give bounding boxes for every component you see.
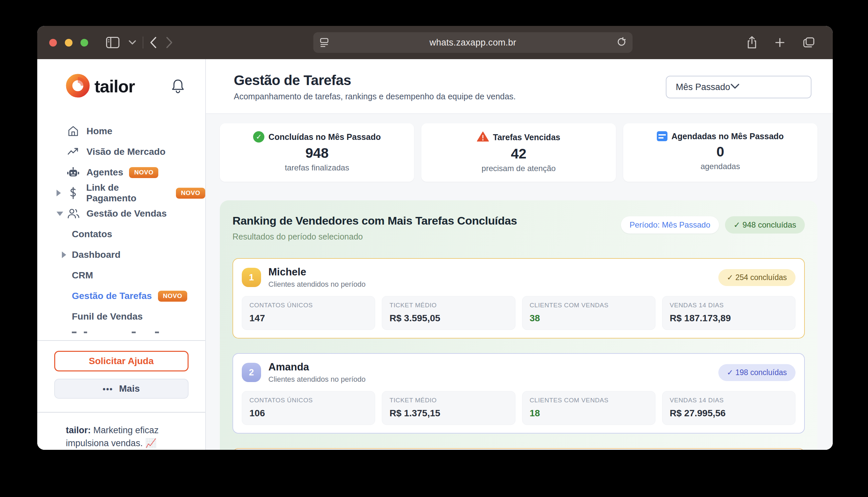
address-bar[interactable]: whats.zaxapp.com.br (313, 32, 633, 53)
vendor-stat-contatos-unicos: CONTATOS ÚNICOS 106 (242, 391, 375, 425)
caret-right-icon (62, 252, 66, 258)
stat-value: 42 (425, 146, 612, 162)
sidebar-item-gestao-de-tarefas[interactable]: Gestão de Tarefas NOVO (37, 286, 205, 306)
plus-icon (775, 38, 785, 47)
stat-card-concluidas: Concluídas no Mês Passado 948 tarefas fi… (220, 123, 414, 182)
share-button[interactable] (742, 36, 761, 49)
vendor-card-rank-3[interactable]: 3 Isadora Clientes atendidos no período … (233, 448, 805, 450)
ranking-title: Ranking de Vendedores com Mais Tarefas C… (233, 214, 517, 227)
stat-value: 948 (223, 145, 411, 161)
sidebar-item-label: Link de Pagamento (86, 182, 170, 204)
main-content: Gestão de Tarefas Acompanhamento de tare… (206, 59, 833, 450)
page-header: Gestão de Tarefas Acompanhamento de tare… (206, 59, 833, 114)
trend-up-icon (67, 147, 80, 157)
sidebar-item-gestao-de-vendas[interactable]: Gestão de Vendas (37, 203, 205, 224)
sidebar-toggle-button[interactable] (101, 37, 124, 48)
browser-window: whats.zaxapp.com.br (37, 26, 833, 450)
stat-label: Agendadas no Mês Passado (672, 131, 784, 141)
warning-triangle-icon (477, 131, 489, 143)
novo-badge: NOVO (129, 167, 158, 178)
ranking-subtitle: Resultados do período selecionado (233, 232, 517, 242)
ranking-badges: Período: Mês Passado 948 concluídas (621, 216, 805, 233)
robot-icon (67, 167, 80, 178)
vendor-stat-ticket-medio: TICKET MÉDIO R$ 3.595,05 (382, 296, 515, 330)
stat-card-agendadas: Agendadas no Mês Passado 0 agendadas (623, 123, 817, 182)
bell-icon (171, 89, 184, 94)
stat-card-vencidas: Tarefas Vencidas 42 precisam de atenção (422, 123, 616, 182)
vendor-completed-badge: 198 concluídas (718, 364, 796, 381)
desktop-background: whats.zaxapp.com.br (0, 0, 868, 497)
total-completed-badge: 948 concluídas (725, 216, 805, 233)
home-icon (67, 126, 80, 137)
more-button[interactable]: Mais (54, 379, 189, 399)
more-button-label: Mais (119, 383, 140, 394)
zoom-window-button[interactable] (81, 39, 88, 46)
sidebar-item-home[interactable]: Home (37, 121, 205, 142)
logo-row: tailor (66, 74, 184, 99)
ranking-header: Ranking de Vendedores com Mais Tarefas C… (233, 214, 805, 242)
forward-button[interactable] (161, 37, 177, 48)
back-button[interactable] (145, 37, 161, 48)
dollar-icon (67, 187, 80, 199)
period-select[interactable]: Mês Passado (666, 76, 811, 98)
vendor-name: Michele (268, 266, 306, 278)
reload-icon[interactable] (617, 37, 626, 48)
sidebar-item-agentes[interactable]: Agentes NOVO (37, 162, 205, 183)
sidebar-item-label: Agentes (86, 167, 123, 178)
chevron-right-icon (166, 37, 173, 48)
sidebar-item-label: Gestão de Vendas (86, 208, 167, 219)
sidebar-footer: Solicitar Ajuda Mais tailor: Marketing e… (37, 341, 205, 450)
vendor-name: Amanda (268, 361, 309, 373)
browser-toolbar: whats.zaxapp.com.br (37, 26, 833, 59)
sidebar-item-dashboard[interactable]: Dashboard (37, 244, 205, 265)
vendor-stats-row: CONTATOS ÚNICOS 147 TICKET MÉDIO R$ 3.59… (242, 296, 796, 330)
request-help-button[interactable]: Solicitar Ajuda (54, 351, 189, 371)
sidebar: tailor Home (37, 59, 206, 450)
vendor-description: Clientes atendidos no período (268, 280, 366, 289)
sidebar-item-crm[interactable]: CRM (37, 265, 205, 286)
logo-wordmark: tailor (94, 76, 135, 96)
sidebar-item-visao-de-mercado[interactable]: Visão de Mercado (37, 142, 205, 162)
chart-emoji: 📈 (145, 438, 157, 448)
url-text: whats.zaxapp.com.br (329, 38, 617, 48)
novo-badge: NOVO (158, 291, 187, 302)
notifications-button[interactable] (171, 79, 184, 94)
vendor-card-rank-2[interactable]: 2 Amanda Clientes atendidos no período 1… (233, 353, 805, 434)
novo-badge: NOVO (176, 188, 205, 199)
sidebar-item-funil-de-vendas[interactable]: Funil de Vendas (37, 306, 205, 327)
app-content: tailor Home (37, 59, 833, 450)
stat-label: Tarefas Vencidas (493, 132, 560, 142)
chevron-left-icon (150, 37, 157, 48)
sidebar-item-link-de-pagamento[interactable]: Link de Pagamento NOVO (37, 183, 205, 203)
vendor-stats-row: CONTATOS ÚNICOS 106 TICKET MÉDIO R$ 1.37… (242, 391, 796, 425)
period-badge: Período: Mês Passado (621, 216, 719, 233)
reader-view-icon[interactable] (319, 37, 329, 48)
check-icon (734, 220, 743, 229)
window-controls (49, 39, 88, 46)
caret-down-icon (57, 212, 63, 216)
tab-overview-button[interactable] (798, 37, 819, 48)
sidebar-item-contatos[interactable]: Contatos (37, 224, 205, 244)
vendor-card-rank-1[interactable]: 1 Michele Clientes atendidos no período … (233, 258, 805, 339)
stat-label: Concluídas no Mês Passado (268, 132, 381, 142)
close-window-button[interactable] (49, 39, 57, 46)
vendor-stat-vendas-14-dias: VENDAS 14 DIAS R$ 187.173,89 (662, 296, 796, 330)
people-icon (67, 208, 80, 219)
tailor-logo-icon (66, 74, 90, 99)
sidebar-item-label: Funil de Vendas (72, 311, 143, 322)
minimize-window-button[interactable] (65, 39, 72, 46)
vendor-description: Clientes atendidos no período (268, 375, 366, 384)
toolbar-divider (143, 37, 143, 48)
clipped-menu-item (72, 331, 205, 336)
check-circle-icon (253, 131, 264, 143)
vendor-stat-vendas-14-dias: VENDAS 14 DIAS R$ 27.995,56 (662, 391, 796, 425)
toolbar-right-actions (742, 26, 819, 59)
vendor-stat-clientes-com-vendas: CLIENTES COM VENDAS 18 (522, 391, 656, 425)
vendor-completed-badge: 254 concluídas (718, 269, 796, 286)
sidebar-item-label: Contatos (72, 229, 112, 240)
new-tab-button[interactable] (770, 38, 789, 47)
sidebar-item-label: Visão de Mercado (86, 146, 166, 157)
tagline-brand: tailor: (66, 425, 91, 435)
chevron-down-icon (129, 40, 136, 45)
tab-overview-chevron-button[interactable] (124, 40, 141, 45)
